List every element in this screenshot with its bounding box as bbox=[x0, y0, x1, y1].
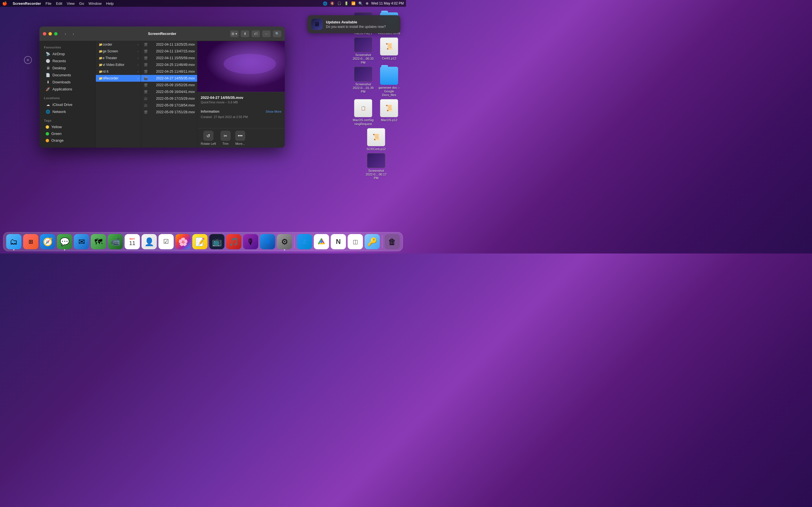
dock-podcasts[interactable]: 🎙 bbox=[243, 234, 258, 249]
file-item-4[interactable]: 🎬 2022-04-25 11/48/11.mov bbox=[141, 68, 197, 75]
file-item-9[interactable]: 🎥 2022-05-09 17/18/54.mov bbox=[141, 102, 197, 109]
chrome-icon-svg bbox=[317, 237, 326, 246]
dock-contacts[interactable]: 👤 bbox=[142, 234, 157, 249]
file-icon: 🎬 bbox=[144, 56, 148, 60]
window-content: Favourites 📡 AirDrop 🕐 Recents 🖥 Desktop… bbox=[40, 41, 285, 148]
search-icon[interactable]: 🔍 bbox=[358, 1, 363, 6]
dock-music[interactable]: 🎵 bbox=[226, 234, 241, 249]
desktop-icon-cert1[interactable]: 📜 Certi1.p12 bbox=[378, 38, 400, 64]
sidebar-item-network[interactable]: 🌐 Network bbox=[41, 108, 94, 115]
desktop-icon-cert-signing[interactable]: 📋 MacOS.certSigningRequest bbox=[352, 99, 374, 126]
forward-button[interactable]: › bbox=[70, 31, 77, 37]
more-actions-button[interactable]: ••• More... bbox=[235, 131, 245, 145]
rotate-left-button[interactable]: ↺ Rotate Left bbox=[201, 131, 216, 145]
menubar-edit[interactable]: Edit bbox=[56, 1, 62, 6]
show-more-button[interactable]: Show More bbox=[266, 110, 282, 113]
more-button[interactable]: ··· bbox=[262, 31, 271, 37]
sidebar-item-recents[interactable]: 🕐 Recents bbox=[41, 57, 94, 64]
sidebar-item-documents[interactable]: 📄 Documents bbox=[41, 71, 94, 78]
locations-label: Locations bbox=[40, 94, 96, 101]
control-center-icon[interactable]: ⊕ bbox=[366, 1, 368, 5]
menubar-window[interactable]: Window bbox=[89, 1, 101, 6]
col-item-theater[interactable]: 📁 e Theater › bbox=[96, 55, 141, 61]
screenshot3-icon bbox=[367, 153, 385, 168]
desktop-icon-screenshot1[interactable]: Screenshot 2022-0....00.33 PM bbox=[352, 38, 374, 64]
col-item-screen[interactable]: 📁 ge Screen › bbox=[96, 48, 141, 55]
dock-qr[interactable]: ◫ bbox=[348, 234, 363, 249]
apple-menu[interactable]: 🍎 bbox=[2, 1, 7, 6]
dock-maps[interactable]: 🗺 bbox=[91, 234, 106, 249]
file-item-8[interactable]: 🎥 2022-05-09 17/15/29.mov bbox=[141, 95, 197, 102]
file-item-0[interactable]: 🎬 2022-04-11 13/25/25.mov bbox=[141, 41, 197, 48]
desktop-icon-scr-cert[interactable]: 📜 SCRCerti.p12 bbox=[365, 128, 388, 151]
dock-tv[interactable]: 📺 bbox=[209, 234, 224, 249]
sidebar-item-applications[interactable]: 🚀 Applications bbox=[41, 86, 94, 93]
minimize-button[interactable] bbox=[49, 32, 52, 36]
col-item-screenrecorder[interactable]: 📁 nRecorder › bbox=[96, 75, 141, 82]
dock-notion[interactable]: N bbox=[331, 234, 346, 249]
col-item-video[interactable]: 📁 vi Video Editor › bbox=[96, 61, 141, 68]
desktop-icon-screenshot2[interactable]: Screenshot 2022-0....01.39 PM bbox=[352, 67, 374, 97]
dock-calendar[interactable]: MAY 11 bbox=[124, 234, 140, 249]
view-toggle[interactable]: ⊞ ▾ bbox=[230, 31, 239, 37]
dock-facetime[interactable]: 📹 bbox=[108, 234, 123, 249]
col-item-recorder[interactable]: 📁 corder › bbox=[96, 41, 141, 48]
desktop-icon-gamesee[interactable]: gamesee doc – Google Docs_files bbox=[378, 67, 400, 97]
bluetooth-icon[interactable]: 🎧 bbox=[337, 1, 342, 5]
chevron-icon: › bbox=[138, 70, 139, 73]
dock-syspref[interactable]: ⚙ bbox=[277, 234, 292, 249]
sidebar-item-downloads[interactable]: ⬇ Downloads bbox=[41, 78, 94, 86]
wifi-icon[interactable]: 📶 bbox=[351, 1, 356, 5]
dock-reminders[interactable]: ☑ bbox=[158, 234, 174, 249]
dock-safari[interactable]: 🧭 bbox=[40, 234, 55, 249]
close-button[interactable] bbox=[43, 32, 46, 36]
dock-launchpad[interactable]: ⊞ bbox=[23, 234, 38, 249]
globe-icon[interactable]: 🌐 bbox=[323, 1, 327, 6]
menubar-file[interactable]: File bbox=[45, 1, 51, 6]
dock-appstore[interactable]: A bbox=[260, 234, 275, 249]
sidebar-item-green-tag[interactable]: Green bbox=[41, 130, 94, 137]
notification-banner[interactable]: 🖥 Updates Available Do you want to insta… bbox=[307, 15, 400, 33]
menubar-view[interactable]: View bbox=[67, 1, 75, 6]
dock-notes[interactable]: 📝 bbox=[192, 234, 207, 249]
sidebar-item-orange-tag[interactable]: Orange bbox=[41, 137, 94, 144]
battery-icon[interactable]: 🔋 bbox=[344, 1, 349, 5]
menubar-help[interactable]: Help bbox=[106, 1, 114, 6]
svg-point-4 bbox=[320, 240, 323, 243]
dock-messages[interactable]: 💬 bbox=[57, 234, 72, 249]
trim-button[interactable]: ✂ Trim bbox=[220, 131, 231, 145]
sidebar-item-icloud[interactable]: ☁ iCloud Drive bbox=[41, 101, 94, 108]
menubar-go[interactable]: Go bbox=[79, 1, 84, 6]
menubar-app-name[interactable]: ScreenRecorder bbox=[13, 1, 41, 6]
back-button[interactable]: ‹ bbox=[62, 31, 69, 37]
file-item-6[interactable]: 🎬 2022-05-09 15/52/26.mov bbox=[141, 82, 197, 89]
dock-chrome[interactable] bbox=[314, 234, 329, 249]
maximize-button[interactable] bbox=[54, 32, 57, 36]
sidebar-item-desktop[interactable]: 🖥 Desktop bbox=[41, 64, 94, 71]
desktop-icon-macos-p12[interactable]: 📜 MacOS.p12 bbox=[378, 99, 400, 126]
files-column: 🎬 2022-04-11 13/25/25.mov 🎬 2022-04-11 1… bbox=[141, 41, 197, 148]
close-circle-button[interactable]: ✕ bbox=[24, 56, 32, 64]
dock-mail[interactable]: ✉ bbox=[74, 234, 89, 249]
desktop-icon-screenshot3[interactable]: Screenshot 2022-0....00.17 PM bbox=[365, 153, 388, 180]
sidebar-item-yellow-tag[interactable]: Yellow bbox=[41, 124, 94, 130]
search-button[interactable]: 🔍 bbox=[273, 31, 282, 37]
file-item-10[interactable]: 🎬 2022-05-09 17/51/28.mov bbox=[141, 109, 197, 115]
file-item-3[interactable]: 🎬 2022-04-25 11/46/49.mov bbox=[141, 61, 197, 68]
mute-icon[interactable]: 🔇 bbox=[330, 1, 335, 5]
share-button[interactable]: ⬆ bbox=[241, 31, 249, 37]
dock-trash[interactable]: 🗑 bbox=[385, 234, 400, 249]
tag-button[interactable]: 🏷 bbox=[252, 31, 260, 37]
dock-zoom[interactable]: Z bbox=[297, 234, 312, 249]
file-item-2[interactable]: 🎬 2022-04-11 15/55/59.mov bbox=[141, 55, 197, 61]
datetime: Wed 11 May 4:02 PM bbox=[371, 1, 404, 5]
sidebar-item-airdrop[interactable]: 📡 AirDrop bbox=[41, 50, 94, 57]
dock-photos[interactable]: 🌸 bbox=[175, 234, 191, 249]
file-item-1[interactable]: 🎬 2022-04-11 13/47/15.mov bbox=[141, 48, 197, 55]
file-item-5[interactable]: 🎬 2022-04-27 14/55/35.mov bbox=[141, 75, 197, 82]
file-item-7[interactable]: 🎬 2022-05-09 16/04/41.mov bbox=[141, 89, 197, 95]
col-item-rd[interactable]: 📁 rd It › bbox=[96, 68, 141, 75]
dock-keychain[interactable]: 🔑 bbox=[364, 234, 380, 249]
screenshot2-icon bbox=[354, 67, 372, 81]
dock-finder[interactable]: 🗂 bbox=[6, 234, 21, 249]
